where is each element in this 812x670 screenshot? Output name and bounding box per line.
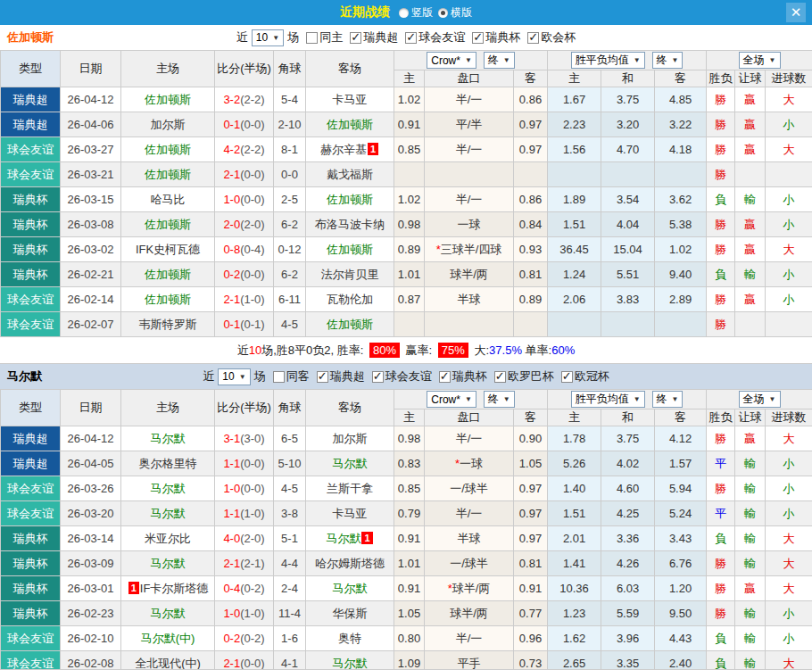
corner-count: 0-0 bbox=[274, 162, 306, 187]
match-row: 瑞典杯26-03-02IFK史柯瓦德0-8(0-4)0-12佐加顿斯0.89*三… bbox=[1, 237, 812, 262]
final-select-1[interactable]: 终▼ bbox=[484, 52, 515, 69]
odds-home: 1.01 bbox=[394, 551, 425, 576]
home-team-cell: 1IF卡尔斯塔德 bbox=[121, 576, 215, 601]
result-goals: 小 bbox=[766, 601, 812, 626]
mean-lose: 9.50 bbox=[655, 601, 707, 626]
team-name-text: 奥特 bbox=[338, 632, 361, 645]
same-venue-checkbox[interactable] bbox=[273, 371, 285, 383]
fulltime-select[interactable]: 全场▼ bbox=[739, 52, 781, 69]
section-team-name: 马尔默 bbox=[7, 368, 42, 385]
match-count-select[interactable]: 10▼ bbox=[252, 29, 284, 46]
league-checkbox-3[interactable] bbox=[527, 32, 539, 44]
team-name-text: 卡马亚 bbox=[333, 507, 368, 520]
bookmaker-select-label: Crow* bbox=[431, 54, 460, 67]
close-icon[interactable]: ✕ bbox=[786, 3, 806, 22]
same-venue-checkbox[interactable] bbox=[306, 32, 318, 44]
col-header-5: 客场 bbox=[306, 51, 394, 87]
corner-count: 0-12 bbox=[274, 237, 306, 262]
summary-segment: 80% bbox=[369, 343, 400, 358]
league-checkbox-2[interactable] bbox=[439, 371, 451, 383]
mean-lose: 1.02 bbox=[655, 237, 707, 262]
mean-select[interactable]: 胜平负均值▼ bbox=[571, 52, 645, 69]
team-bar-1: 马尔默近10▼场同客瑞典超球会友谊瑞典杯欧罗巴杯欧冠杯 bbox=[0, 364, 812, 389]
score-cell: 2-1(0-0) bbox=[215, 162, 274, 187]
match-date: 26-02-21 bbox=[61, 262, 121, 287]
away-team-cell: 马尔默 bbox=[306, 451, 394, 476]
result-goals: 小 bbox=[766, 112, 812, 137]
fulltime-score: 0-2 bbox=[223, 268, 240, 281]
handicap-line: 半/一 bbox=[425, 137, 514, 162]
layout-radio-0[interactable]: 竖版 bbox=[399, 5, 433, 21]
final-select-1[interactable]: 终▼ bbox=[484, 391, 515, 408]
handicap-line bbox=[425, 162, 514, 187]
match-row: 瑞典杯26-03-14米亚尔比4-0(2-0)5-1马尔默10.91半球0.97… bbox=[1, 526, 812, 551]
odds-home: 1.01 bbox=[394, 262, 425, 287]
handicap-text: 半/一 bbox=[456, 93, 483, 106]
mean-win: 10.36 bbox=[548, 576, 601, 601]
home-team: 加尔斯 bbox=[151, 118, 186, 131]
handicap-line: 半/一 bbox=[425, 187, 514, 212]
match-count-select[interactable]: 10▼ bbox=[218, 368, 250, 385]
bookmaker-select[interactable]: Crow*▼ bbox=[427, 391, 476, 408]
result-wdl: 勝 bbox=[707, 137, 735, 162]
odds-away: 0.81 bbox=[514, 551, 548, 576]
final-select-2[interactable]: 终▼ bbox=[652, 52, 684, 69]
score-cell: 1-0(0-0) bbox=[215, 476, 274, 501]
mean-draw: 15.04 bbox=[601, 237, 655, 262]
team-name-text: 佐加顿斯 bbox=[145, 218, 191, 231]
league-checkbox-2[interactable] bbox=[472, 32, 484, 44]
league-checkbox-1[interactable] bbox=[372, 371, 384, 383]
match-count-select-label: 10 bbox=[222, 370, 234, 383]
away-team-cell: 兰斯干拿 bbox=[306, 476, 394, 501]
result-goals: 小 bbox=[766, 626, 812, 651]
bookmaker-select[interactable]: Crow*▼ bbox=[427, 52, 476, 69]
fulltime-select[interactable]: 全场▼ bbox=[739, 391, 781, 408]
away-team: 马尔默 bbox=[333, 582, 368, 595]
league-badge: 瑞典超 bbox=[1, 451, 61, 476]
mean-lose bbox=[655, 162, 707, 187]
layout-radio-1[interactable]: 横版 bbox=[438, 5, 472, 21]
league-badge: 球会友谊 bbox=[1, 651, 61, 670]
odds-home: 0.98 bbox=[394, 212, 425, 237]
home-team-cell: 米亚尔比 bbox=[121, 526, 215, 551]
league-checkbox-0[interactable] bbox=[317, 371, 328, 383]
match-date: 26-03-26 bbox=[61, 476, 121, 501]
corner-count: 4-4 bbox=[274, 551, 306, 576]
score-cell: 2-1(1-0) bbox=[215, 287, 274, 312]
mean-select[interactable]: 胜平负均值▼ bbox=[571, 391, 645, 408]
halftime-score: (3-0) bbox=[240, 432, 264, 445]
corner-count: 6-2 bbox=[274, 262, 306, 287]
mean-draw: 5.51 bbox=[601, 262, 655, 287]
odds-home: 1.09 bbox=[394, 651, 425, 670]
result-handicap: 輸 bbox=[735, 451, 766, 476]
league-checkbox-4[interactable] bbox=[561, 371, 573, 383]
sub-header-2: 客 bbox=[514, 409, 548, 426]
team-name-text: 佐加顿斯 bbox=[145, 268, 191, 281]
fulltime-score: 0-2 bbox=[223, 632, 240, 645]
home-team-cell: 马尔默 bbox=[121, 426, 215, 451]
fulltime-score: 3-2 bbox=[223, 93, 240, 106]
fulltime-score: 0-1 bbox=[223, 118, 240, 131]
same-venue-label: 同主 bbox=[319, 29, 343, 45]
home-team: 马尔默 bbox=[151, 557, 186, 570]
corner-count: 3-8 bbox=[274, 501, 306, 526]
mean-lose: 3.43 bbox=[655, 526, 707, 551]
league-checkbox-0[interactable] bbox=[350, 32, 361, 44]
league-checkbox-3[interactable] bbox=[494, 371, 506, 383]
league-checkbox-label: 瑞典杯 bbox=[452, 368, 487, 385]
radio-icon[interactable] bbox=[438, 8, 448, 18]
final-select-2[interactable]: 终▼ bbox=[652, 391, 684, 408]
league-checkbox-1[interactable] bbox=[405, 32, 417, 44]
halftime-score: (0-1) bbox=[240, 318, 264, 331]
league-badge: 瑞典杯 bbox=[1, 576, 61, 601]
away-team-cell: 马尔默 bbox=[306, 651, 394, 670]
league-badge: 瑞典杯 bbox=[1, 601, 61, 626]
odds-home: 0.87 bbox=[394, 287, 425, 312]
match-row: 瑞典超26-04-12佐加顿斯3-2(2-2)5-4卡马亚1.02半/一0.86… bbox=[1, 87, 812, 112]
away-team-cell: 瓦勒伦加 bbox=[306, 287, 394, 312]
radio-icon[interactable] bbox=[399, 8, 409, 18]
corner-count: 6-5 bbox=[274, 426, 306, 451]
rank-badge: 1 bbox=[128, 582, 139, 594]
unit-label: 场 bbox=[287, 29, 299, 45]
team-name-text: 马尔默(中) bbox=[141, 632, 195, 645]
